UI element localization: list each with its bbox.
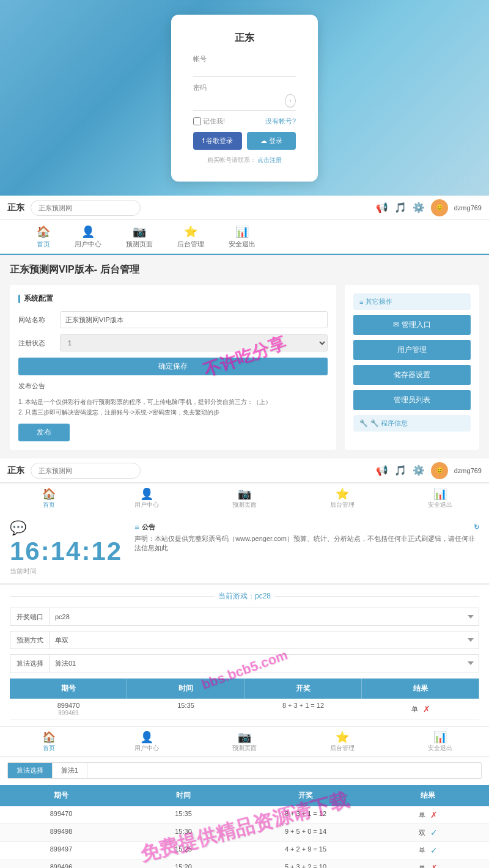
announcement-icon[interactable]: 📢 xyxy=(376,202,388,213)
notice-header: ≡ 公告 ↻ xyxy=(134,523,479,532)
bottom-user-2[interactable]: 👤 用户中心 xyxy=(98,727,196,756)
full-col-open: 开奖 xyxy=(244,785,367,806)
tab-home-label: 首页 xyxy=(37,240,50,249)
storage-settings-button[interactable]: 储存器设置 xyxy=(353,365,471,385)
tab-logout[interactable]: 📊 安全退出 xyxy=(216,220,268,254)
notice-right: ≡ 公告 ↻ 声明：本站仅提供完整彩票号码（www.penger.com）预算、… xyxy=(134,520,479,553)
predict-method-label: 预测方式 xyxy=(10,631,50,649)
table-row: 899497 15:25 4 + 2 + 9 = 15 单 ✓ xyxy=(0,842,489,859)
col-result: 结果 xyxy=(362,679,479,699)
check-icon: ✓ xyxy=(430,845,438,855)
account-field: 帐号 xyxy=(193,54,296,77)
bottom-predict-icon-2: 📷 xyxy=(238,730,251,744)
username-label-2: dzmg769 xyxy=(454,467,482,474)
bottom-predict[interactable]: 📷 预测页面 xyxy=(196,484,293,513)
bottom-logout[interactable]: 📊 安全退出 xyxy=(391,484,489,513)
col-open: 开奖 xyxy=(244,679,362,699)
bottom-user-label: 用户中心 xyxy=(134,501,159,509)
password-input[interactable] xyxy=(193,97,285,105)
password-label: 密码 xyxy=(193,83,296,92)
login-card: 正东 帐号 密码 › 记住我! 没有帐号? f 谷歌登录 ☁ 登录 xyxy=(171,15,318,182)
backend-icon: ⭐ xyxy=(184,225,197,238)
site-name-input[interactable] xyxy=(60,311,328,328)
notice-text: 1. 本站是一个仅供彩行者自行预测彩票的程序，可上传电脑/手机，提部分资自第三方… xyxy=(18,397,328,417)
header-bar-icon xyxy=(18,295,20,303)
open-port-row: 开奖端口 pc28 xyxy=(10,608,479,626)
bottom-predict-2[interactable]: 📷 预测页面 xyxy=(196,727,293,756)
admin-entry-button[interactable]: ✉ 管理入口 xyxy=(353,315,471,335)
full-col-time: 时间 xyxy=(122,785,244,806)
music-icon-2[interactable]: 🎵 xyxy=(394,465,406,476)
avatar[interactable]: 😊 xyxy=(431,199,448,216)
tab-predict[interactable]: 📷 预测页面 xyxy=(114,220,165,254)
tab-backend[interactable]: ⭐ 后台管理 xyxy=(165,220,216,254)
bottom-home-label: 首页 xyxy=(43,501,55,509)
admin-section: 不许吃分享 正东预测网VIP版本- 后台管理 系统配置 网站名称 注册状态 1 … xyxy=(0,255,489,458)
bottom-user[interactable]: 👤 用户中心 xyxy=(98,484,196,513)
brand-label: 正东 xyxy=(7,202,24,213)
announcement-icon-2[interactable]: 📢 xyxy=(376,465,388,476)
search-input-2[interactable] xyxy=(31,463,141,479)
tab-logout-label: 安全退出 xyxy=(229,240,256,249)
google-login-button[interactable]: f 谷歌登录 xyxy=(193,132,242,150)
tab-predict-label: 预测页面 xyxy=(126,240,153,249)
bottom-logout-label: 安全退出 xyxy=(428,501,452,509)
music-icon[interactable]: 🎵 xyxy=(394,202,406,213)
tab-user-center[interactable]: 👤 用户中心 xyxy=(62,220,114,254)
avatar-2[interactable]: 😊 xyxy=(431,462,448,479)
full-col-issue: 期号 xyxy=(0,785,122,806)
bottom-backend-2[interactable]: ⭐ 后台管理 xyxy=(293,727,391,756)
tab-home[interactable]: 🏠 首页 xyxy=(24,220,62,255)
tab-backend-label: 后台管理 xyxy=(177,240,204,249)
bottom-logout-2[interactable]: 📊 安全退出 xyxy=(391,727,489,756)
bottom-backend-icon: ⭐ xyxy=(336,487,349,501)
settings-icon[interactable]: ⚙️ xyxy=(413,202,425,213)
admin-grid: 系统配置 网站名称 注册状态 1 确定保存 发布公告 1. 本站是一个仅供彩行者… xyxy=(10,285,479,450)
reg-status-row: 注册状态 1 xyxy=(18,334,328,351)
bottom-backend[interactable]: ⭐ 后台管理 xyxy=(293,484,391,513)
remember-checkbox[interactable] xyxy=(193,117,201,125)
mgmt-list-button[interactable]: 管理员列表 xyxy=(353,390,471,410)
bottom-home-2[interactable]: 🏠 首页 xyxy=(0,727,98,756)
time-left: 💬 16:14:12 当前时间 xyxy=(10,520,122,576)
tab-user-label: 用户中心 xyxy=(75,240,101,249)
tab-navigation: 🏠 首页 👤 用户中心 📷 预测页面 ⭐ 后台管理 📊 安全退出 xyxy=(0,220,489,255)
announcement-row: 发布公告 xyxy=(18,381,328,391)
notice-content: 声明：本站仅提供完整彩票号码（www.penger.com）预算、统计、分析站点… xyxy=(134,534,479,553)
search-input[interactable] xyxy=(31,200,141,216)
login-buttons: f 谷歌登录 ☁ 登录 xyxy=(193,132,296,150)
publish-button[interactable]: 发布 xyxy=(18,424,70,441)
login-section: 正东 帐号 密码 › 记住我! 没有帐号? f 谷歌登录 ☁ 登录 xyxy=(0,0,489,196)
avatar-img-2: 😊 xyxy=(436,467,443,474)
time-label: 当前时间 xyxy=(10,567,122,576)
refresh-icon[interactable]: ↻ xyxy=(474,523,479,531)
game-header: 当前游戏：pc28 xyxy=(10,591,479,601)
system-config-header: 系统配置 xyxy=(18,293,328,304)
navbar-bottom: 正东 📢 🎵 ⚙️ 😊 dzmg769 xyxy=(0,458,489,483)
other-ops-header: ≡ 其它操作 xyxy=(353,293,471,310)
password-field: 密码 › xyxy=(193,83,296,111)
program-icon: 🔧 xyxy=(359,419,368,427)
reg-status-select[interactable]: 1 xyxy=(60,334,328,351)
login-button[interactable]: ☁ 登录 xyxy=(247,132,296,150)
submit-arrow-icon[interactable]: › xyxy=(285,94,296,108)
remember-me: 记住我! xyxy=(193,117,225,126)
algo-tab-0[interactable]: 算法选择 xyxy=(8,763,53,778)
open-port-select[interactable]: pc28 xyxy=(50,608,479,626)
notice-bar-icon: ≡ xyxy=(134,523,139,532)
bottom-predict-icon: 📷 xyxy=(238,487,251,501)
register-contact-link[interactable]: 点击注册 xyxy=(257,156,282,163)
mini-table-header: 期号 时间 开奖 结果 xyxy=(10,679,479,699)
register-link[interactable]: 没有帐号? xyxy=(265,117,296,126)
algo-select[interactable]: 算法01 xyxy=(50,654,479,672)
bottom-home-label-2: 首页 xyxy=(43,744,55,752)
settings-icon-2[interactable]: ⚙️ xyxy=(413,465,425,476)
full-table-section: 免费提供精品资源请下载 算法选择 算法1 期号 时间 开奖 结果 899470 … xyxy=(0,757,489,868)
account-input[interactable] xyxy=(193,65,296,74)
bottom-home[interactable]: 🏠 首页 xyxy=(0,484,98,513)
site-name-label: 网站名称 xyxy=(18,315,55,325)
user-mgmt-button[interactable]: 用户管理 xyxy=(353,340,471,360)
confirm-save-button[interactable]: 确定保存 xyxy=(18,358,328,375)
algo-tab-1[interactable]: 算法1 xyxy=(53,763,87,778)
predict-method-select[interactable]: 单双 xyxy=(50,631,479,649)
